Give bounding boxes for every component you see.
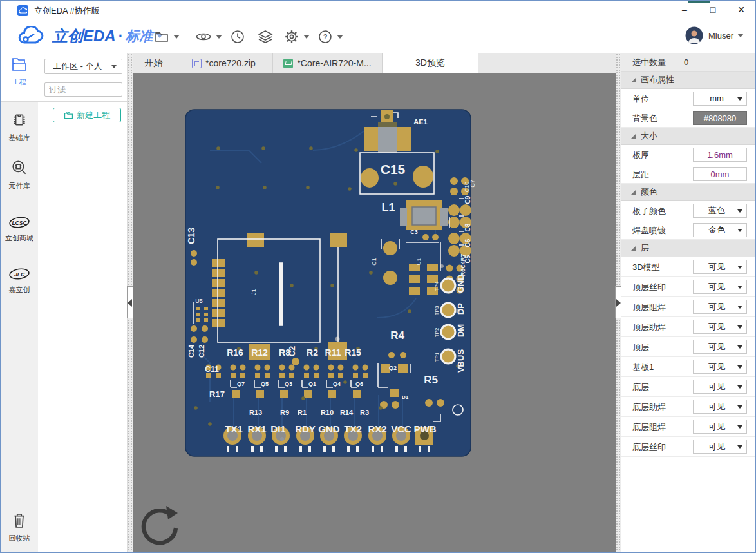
section-layers[interactable]: 层 (621, 240, 755, 257)
pcb-silkscreen-label: C12 (198, 345, 205, 358)
section-size[interactable]: 大小 (621, 128, 755, 145)
collapse-triangle-icon (631, 133, 636, 139)
layer-visibility-select[interactable]: 可见 (693, 440, 747, 454)
pcb-silkscreen-label: R13 (249, 409, 262, 416)
row-label: 背景色 (632, 113, 657, 124)
layer-visibility-select[interactable]: 可见 (693, 360, 747, 374)
brand-logo[interactable]: 立创EDA · 标准 (17, 26, 163, 46)
layer-visibility-select[interactable]: 可见 (693, 320, 747, 334)
layer-visibility-select[interactable]: 可见 (693, 300, 747, 314)
pcb-silkscreen-label: DP (456, 303, 466, 315)
layer-visibility-select[interactable]: 可见 (693, 340, 747, 354)
trash-icon (11, 511, 28, 529)
tab-label: *core720.zip (205, 58, 256, 68)
unit-value: mm (710, 93, 724, 103)
layer-spacing-input[interactable] (693, 167, 747, 181)
row-label: 底层丝印 (632, 441, 666, 453)
row-label: 底层助焊 (632, 402, 666, 413)
sidebar-item-label: 嘉立创 (1, 285, 38, 295)
pcb-silkscreen-label: Q6 (355, 381, 363, 387)
settings-button[interactable] (284, 29, 310, 44)
filter-input[interactable] (44, 82, 122, 97)
pcb-3d-view: AE1C15L1C3C7C10C9C8C6C5R6C4R7C13J1U5C14C… (133, 73, 616, 552)
visibility-value: 可见 (708, 441, 725, 451)
sidebar-item-label: 元件库 (1, 181, 38, 191)
row-label: 基板1 (632, 362, 654, 373)
layer-visibility-select[interactable]: 可见 (693, 260, 747, 274)
sidebar-item-base-library[interactable]: 基础库 (1, 112, 38, 142)
visibility-value: 可见 (708, 382, 725, 391)
folder-icon (154, 29, 169, 44)
visibility-value: 可见 (708, 262, 725, 271)
pad-plating-select[interactable]: 金色 (693, 223, 747, 237)
workspace-select[interactable]: 工作区 - 个人 (44, 59, 122, 74)
pcb-silkscreen-label: TX1 (225, 423, 243, 434)
unit-select[interactable]: mm (693, 92, 747, 106)
pcb-silkscreen-label: R14 (340, 409, 354, 416)
pcb-silkscreen-label: R17 (209, 389, 225, 399)
maximize-button[interactable]: □ (699, 1, 727, 20)
pcb-silkscreen-label: R2 (307, 347, 318, 358)
chip-icon (11, 112, 28, 128)
tab-core-air720[interactable]: *Core-AIR720-M... (273, 53, 383, 73)
pcb-silkscreen-label: PWB (414, 423, 437, 434)
close-button[interactable]: ✕ (727, 1, 755, 20)
board-color-select[interactable]: 蓝色 (693, 204, 747, 218)
tab-label: 3D预览 (415, 57, 445, 69)
layer-visibility-select[interactable]: 可见 (693, 420, 747, 434)
pcb-silkscreen-label: Q4 (333, 381, 341, 387)
pcb-silkscreen-label: D1 (402, 394, 409, 400)
left-sidebar: 工程 基础库 元件库 LCSC 立创商城 JLC 嘉立创 回收站 (1, 53, 38, 552)
sidebar-item-recycle-bin[interactable]: 回收站 (1, 511, 38, 543)
tab-start[interactable]: 开始 (133, 53, 175, 73)
sidebar-item-parts-library[interactable]: 元件库 (1, 159, 38, 191)
pcb-silkscreen-label: R3 (360, 409, 369, 416)
row-layer-top-silk: 顶层丝印 可见 (621, 277, 755, 297)
pcb-silkscreen-label: RX2 (368, 423, 386, 434)
layers-button[interactable] (257, 29, 274, 44)
visibility-value: 可见 (708, 322, 725, 331)
main-area: 工程 基础库 元件库 LCSC 立创商城 JLC 嘉立创 回收站 (1, 53, 755, 552)
sidebar-item-lcsc-mall[interactable]: LCSC 立创商城 (1, 216, 38, 243)
background-color-swatch[interactable]: #808080 (693, 111, 747, 125)
new-project-button[interactable]: 新建工程 (53, 108, 121, 122)
history-button[interactable] (230, 29, 245, 44)
help-icon: ? (317, 29, 333, 44)
sidebar-item-label: 基础库 (1, 133, 38, 142)
board-color-value: 蓝色 (708, 206, 725, 215)
pcb-silkscreen-label: C15 (381, 162, 406, 177)
file-menu-button[interactable] (154, 29, 180, 44)
sidebar-item-jlc[interactable]: JLC 嘉立创 (1, 267, 38, 295)
minimize-button[interactable]: – (670, 1, 699, 20)
row-layer-3d-model: 3D模型 可见 (621, 257, 755, 277)
selected-count-value: 0 (684, 53, 688, 72)
section-canvas-properties[interactable]: 画布属性 (621, 72, 755, 89)
right-splitter[interactable] (616, 53, 621, 552)
section-color[interactable]: 颜色 (621, 184, 755, 201)
layer-visibility-select[interactable]: 可见 (693, 280, 747, 294)
sidebar-item-label: 立创商城 (1, 233, 38, 243)
view-menu-button[interactable] (195, 29, 222, 44)
tab-core720-zip[interactable]: *core720.zip (175, 53, 273, 73)
pcb-silkscreen-label: TP3 (434, 306, 440, 315)
rotate-view-button[interactable] (139, 502, 182, 550)
user-menu[interactable]: Miuser (685, 26, 744, 44)
pcb-silkscreen-label: GND (456, 275, 466, 293)
row-layer-bottom-paste: 底层助焊 可见 (621, 397, 755, 417)
3d-preview-canvas[interactable]: AE1C15L1C3C7C10C9C8C6C5R6C4R7C13J1U5C14C… (133, 73, 616, 552)
inspector-panel: 选中数量 0 画布属性 单位 mm 背景色 #808080 大小 板厚 (621, 53, 755, 552)
row-label: 顶层丝印 (632, 282, 666, 293)
help-button[interactable]: ? (317, 29, 343, 44)
pcb-silkscreen-label: U1 (416, 258, 422, 265)
layer-visibility-select[interactable]: 可见 (693, 400, 747, 414)
tab-3d-preview[interactable]: 3D预览 (383, 53, 478, 73)
board-thickness-input[interactable] (693, 148, 747, 162)
pcb-silkscreen-label: C10 (464, 182, 470, 193)
pcb-silkscreen-label: C11 (205, 365, 219, 374)
layer-visibility-select[interactable]: 可见 (693, 380, 747, 394)
sidebar-item-project[interactable]: 工程 (1, 57, 38, 87)
row-layer-top: 顶层 可见 (621, 337, 755, 357)
pcb-silkscreen-label: R10 (321, 409, 334, 416)
section-title: 画布属性 (641, 74, 674, 86)
left-splitter[interactable] (128, 53, 133, 552)
